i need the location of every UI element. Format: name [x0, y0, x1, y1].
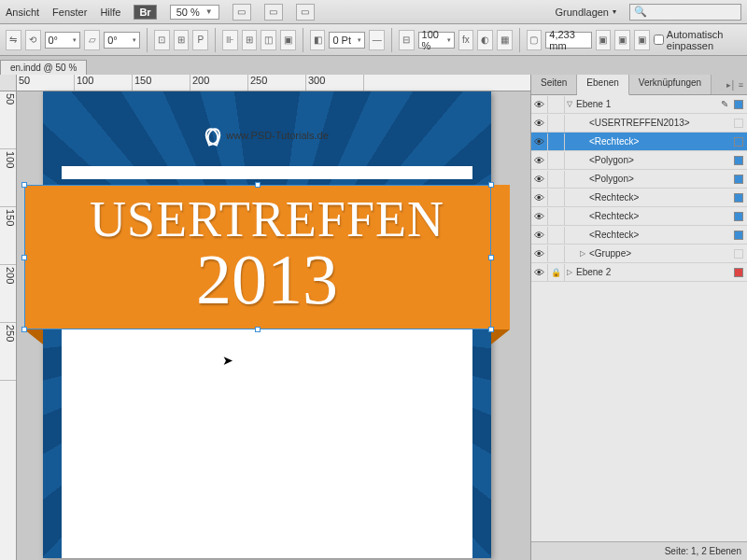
search-input[interactable]: 🔍 [629, 4, 741, 21]
disclosure-icon[interactable]: ▷ [578, 249, 587, 258]
color-swatch[interactable] [734, 212, 743, 221]
ruler-vertical[interactable]: 50100150200250 [0, 91, 17, 560]
disclosure-icon[interactable]: ▽ [565, 100, 574, 108]
ruler-horizontal[interactable]: 50100150200250300 [17, 75, 530, 91]
distribute-icon[interactable]: ⊞ [242, 30, 258, 50]
menu-fenster[interactable]: Fenster [52, 7, 87, 18]
visibility-icon[interactable]: 👁 [531, 152, 548, 169]
layer-row[interactable]: 👁<Rechteck> [531, 189, 747, 207]
lock-icon[interactable] [548, 227, 565, 244]
layer-row[interactable]: 👁<Polygon> [531, 170, 747, 189]
layer-row[interactable]: 👁▽Ebene 1✎ [531, 95, 747, 114]
layer-name: <Polygon> [587, 155, 730, 165]
visibility-icon[interactable]: 👁 [531, 133, 548, 150]
layer-row[interactable]: 👁🔒▷Ebene 2 [531, 263, 747, 282]
layer-name: <Polygon> [587, 174, 730, 184]
layer-name: Ebene 2 [574, 267, 730, 277]
ruler-corner [0, 75, 17, 91]
view-mode-1-icon[interactable]: ▭ [233, 4, 251, 21]
color-swatch[interactable] [734, 119, 743, 128]
autofit-checkbox[interactable]: Automatisch einpassen [654, 29, 741, 51]
menu-hilfe[interactable]: Hilfe [100, 7, 120, 18]
type-tool-icon[interactable]: P [192, 30, 208, 50]
color-swatch[interactable] [734, 137, 743, 147]
layer-row[interactable]: 👁<Rechteck> [531, 226, 747, 245]
menu-ansicht[interactable]: Ansicht [6, 7, 39, 18]
orange-banner: USERTREFFEN 2013 [24, 185, 510, 329]
panel-tabs: Seiten Ebenen Verknüpfungen ▸│ ≡ [531, 75, 747, 95]
wrap-icon[interactable]: ▦ [497, 30, 513, 50]
stroke-swap-icon[interactable]: ◧ [310, 30, 326, 50]
fit-frame-icon[interactable]: ▢ [527, 30, 543, 50]
angle1-field[interactable]: 0°▾ [45, 32, 81, 49]
lock-icon[interactable] [548, 208, 565, 225]
visibility-icon[interactable]: 👁 [531, 208, 548, 225]
color-swatch[interactable] [734, 249, 743, 259]
workarea: 50100150200250300 50100150200250 www.PSD… [0, 75, 747, 560]
doc-tab[interactable]: en.indd @ 50 % [0, 60, 87, 75]
fit-1-icon[interactable]: ▣ [596, 30, 612, 50]
view-mode-3-icon[interactable]: ▭ [296, 4, 315, 21]
color-swatch[interactable] [734, 231, 743, 240]
color-swatch[interactable] [734, 175, 743, 184]
tab-verknuepfungen[interactable]: Verknüpfungen [629, 75, 712, 94]
lock-icon[interactable] [548, 245, 565, 262]
panel-status: Seite: 1, 2 Ebenen [531, 541, 747, 560]
visibility-icon[interactable]: 👁 [531, 115, 548, 132]
select-container-icon[interactable]: ⊡ [154, 30, 170, 50]
lock-icon[interactable] [548, 133, 565, 150]
select-content-icon[interactable]: ⊞ [174, 30, 190, 50]
layer-row[interactable]: 👁<Rechteck> [531, 133, 747, 151]
white-content [62, 329, 472, 558]
color-swatch[interactable] [734, 193, 743, 203]
zoom-dropdown[interactable]: 50 %▼ [170, 5, 219, 20]
view-mode-2-icon[interactable]: ▭ [264, 4, 283, 21]
opacity-icon[interactable]: ◐ [477, 30, 493, 50]
lock-icon[interactable]: 🔒 [548, 264, 565, 281]
fit-3-icon[interactable]: ▣ [634, 30, 650, 50]
site-url: www.PSD-Tutorials.de [43, 127, 491, 143]
layer-row[interactable]: 👁▷<Gruppe> [531, 245, 747, 263]
control-bar: ⇋ ⟲ 0°▾ ▱ 0°▾ ⊡ ⊞ P ⊪ ⊞ ◫ ▣ ◧ 0 Pt▾ — ⊟ … [0, 24, 747, 56]
visibility-icon[interactable]: 👁 [531, 171, 548, 188]
canvas[interactable]: www.PSD-Tutorials.de USERTREFFEN 2013 ➤ [17, 91, 530, 560]
lock-icon[interactable] [548, 189, 565, 206]
bridge-badge[interactable]: Br [134, 5, 156, 20]
chain-icon[interactable]: ⊟ [399, 30, 415, 50]
flip-icon[interactable]: ▣ [280, 30, 296, 50]
visibility-icon[interactable]: 👁 [531, 96, 548, 113]
layer-row[interactable]: 👁<USERTREFFEN2013> [531, 114, 747, 133]
tab-seiten[interactable]: Seiten [531, 75, 577, 94]
visibility-icon[interactable]: 👁 [531, 245, 548, 262]
scale-field[interactable]: 100 %▾ [418, 32, 455, 49]
stroke-style-icon[interactable]: — [369, 30, 385, 50]
align-icon[interactable]: ⊪ [222, 30, 238, 50]
rotate-icon[interactable]: ⟲ [25, 30, 41, 50]
color-swatch[interactable] [734, 156, 743, 165]
visibility-icon[interactable]: 👁 [531, 264, 548, 281]
color-swatch[interactable] [734, 100, 743, 109]
pathfinder-icon[interactable]: ◫ [261, 30, 276, 50]
lock-icon[interactable] [548, 152, 565, 169]
lock-icon[interactable] [548, 115, 565, 132]
layer-row[interactable]: 👁<Polygon> [531, 151, 747, 170]
width-field[interactable]: 4,233 mm [545, 32, 591, 49]
panel-collapse-icon[interactable]: ▸│ ≡ [712, 75, 747, 94]
angle2-field[interactable]: 0°▾ [104, 32, 140, 49]
layer-row[interactable]: 👁<Rechteck> [531, 207, 747, 226]
menubar: Ansicht Fenster Hilfe Br 50 %▼ ▭ ▭ ▭ Gru… [0, 0, 747, 24]
lock-icon[interactable] [548, 171, 565, 188]
lock-icon[interactable] [548, 96, 565, 113]
flip-h-icon[interactable]: ⇋ [6, 30, 21, 50]
stroke-weight-field[interactable]: 0 Pt▾ [329, 32, 365, 49]
shear-icon[interactable]: ▱ [84, 30, 100, 50]
disclosure-icon[interactable]: ▷ [565, 268, 574, 276]
banner-fold-right [491, 329, 510, 344]
tab-ebenen[interactable]: Ebenen [577, 75, 628, 95]
fit-2-icon[interactable]: ▣ [614, 30, 630, 50]
color-swatch[interactable] [734, 268, 743, 277]
visibility-icon[interactable]: 👁 [531, 189, 548, 206]
fx-icon[interactable]: fx [458, 30, 474, 50]
visibility-icon[interactable]: 👁 [531, 227, 548, 244]
workspace-dropdown[interactable]: Grundlagen▾ [556, 7, 617, 18]
